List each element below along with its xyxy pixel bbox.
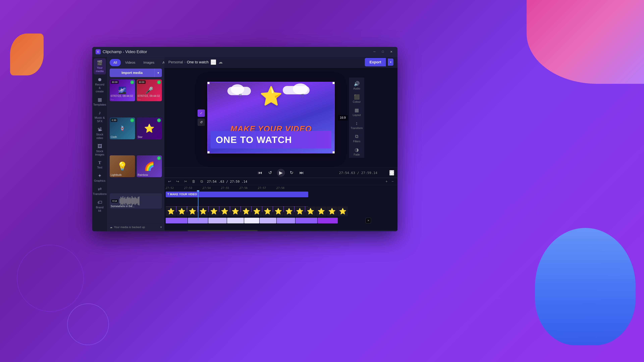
sidebar-item-your-media[interactable]: 🎬 Your media <box>94 58 106 74</box>
resize-handle-br[interactable] <box>332 151 335 153</box>
fade-panel-label: Fade <box>354 153 360 156</box>
horizontal-scrollbar[interactable] <box>164 230 398 231</box>
confirm-button[interactable]: ✓ <box>198 109 205 117</box>
film-frame-1: ⭐ <box>176 206 187 216</box>
color-segment-8[interactable] <box>318 218 338 223</box>
right-panel-fade[interactable]: ◑ Fade <box>350 145 363 158</box>
right-panel-colour[interactable]: ⬛ Colour <box>350 92 363 105</box>
right-panel-filters[interactable]: ⧉ Filters <box>350 132 363 145</box>
media-check-cloth: ✓ <box>130 118 134 122</box>
resize-handle-bl[interactable] <box>207 151 210 153</box>
media-item-audio[interactable]: 0:14 <box>110 193 162 209</box>
import-media-button[interactable]: Import media <box>110 68 154 77</box>
color-segment-end[interactable]: ✕ <box>366 218 371 223</box>
skip-back-button[interactable]: ⏮ <box>257 169 264 176</box>
color-segment-4[interactable] <box>244 218 259 223</box>
right-panel-layout[interactable]: ▦ Layout <box>350 106 363 118</box>
resize-handle-tr[interactable] <box>332 82 335 84</box>
audio-panel-icon: 🔊 <box>354 81 360 86</box>
import-media-dropdown-button[interactable]: ▾ <box>154 68 162 77</box>
export-button[interactable]: Export <box>365 58 386 66</box>
backup-status-bar[interactable]: ☁ Your media is backed up ▾ <box>107 223 164 231</box>
sidebar-item-label-brand-kit: Brand kit <box>94 206 105 213</box>
fullscreen-button[interactable]: ⛶ <box>390 170 394 175</box>
filmstrip: ⭐⭐⭐⭐⭐⭐⭐⭐⭐⭐⭐⭐⭐⭐⭐⭐⭐ <box>166 206 348 216</box>
cut-button[interactable]: ✂ <box>183 179 188 184</box>
color-segment-2[interactable] <box>208 218 227 223</box>
resize-handle-tl[interactable] <box>207 82 210 84</box>
media-item-cloth[interactable]: 🪢 0:30 ✓ Cloth <box>110 117 135 139</box>
redo-button[interactable]: ↪ <box>175 179 180 184</box>
play-button[interactable]: ▶ <box>277 169 285 177</box>
bg-decoration-bottom-right <box>535 228 636 345</box>
sidebar-item-text[interactable]: T Text <box>94 159 106 171</box>
timeline-controls-left: ✓ ↺ <box>198 109 205 126</box>
zoom-out-button[interactable]: − <box>390 179 395 184</box>
media-item-star[interactable]: ⭐ ✓ Star <box>137 117 162 139</box>
color-segment-3[interactable] <box>227 218 244 223</box>
bg-decoration-top-right <box>526 0 644 84</box>
sidebar-item-brand-kit[interactable]: 🏷 Brand kit <box>94 198 106 214</box>
media-badge-cloth: 0:30 <box>111 118 117 122</box>
colour-panel-label: Colour <box>353 100 360 103</box>
sidebar-item-templates[interactable]: ▦ Templates <box>94 95 106 108</box>
color-segment-6[interactable] <box>277 218 295 223</box>
sidebar-item-stock-images[interactable]: 🖼 Stock images <box>94 142 106 158</box>
media-item-lightbulb[interactable]: 💡 Lightbulb <box>110 155 135 177</box>
app-icon: C <box>96 49 100 54</box>
sidebar-item-graphics[interactable]: ✦ Graphics <box>94 171 106 184</box>
copy-button[interactable]: ⧉ <box>199 179 204 184</box>
zoom-in-button[interactable]: + <box>384 179 389 184</box>
breadcrumb-parent[interactable]: Personal <box>168 60 183 64</box>
sidebar-item-stock-video[interactable]: 📽 Stock video <box>94 125 106 141</box>
playhead[interactable] <box>198 190 198 220</box>
sidebar-item-label-graphics: Graphics <box>94 179 105 183</box>
rewind-button[interactable]: ↺ <box>267 169 274 176</box>
time-display: 27:54.63 / 27:59.14 <box>339 171 377 175</box>
right-panel-transform[interactable]: ↕ Transform <box>350 119 363 131</box>
app-body: 🎬 Your media ⏺ Record & create ▦ Templat… <box>92 57 398 231</box>
color-segment-0[interactable] <box>166 218 188 223</box>
tab-images[interactable]: Images <box>140 59 158 66</box>
graphics-icon: ✦ <box>98 173 102 178</box>
sidebar-item-transitions[interactable]: ⇌ Transitions <box>94 185 106 197</box>
tab-videos[interactable]: Videos <box>122 59 139 66</box>
sidebar-item-label-text: Text <box>97 166 102 169</box>
record-create-icon: ⏺ <box>98 77 102 82</box>
video-canvas[interactable]: ⭐ 🎵 🎵 MAKE YOUR VIDEO ONE TO WATCH <box>207 82 335 153</box>
time-total: 27:59.14 <box>361 171 377 175</box>
media-item-rainbow[interactable]: 🌈 ✓ Rainbow <box>137 155 162 177</box>
export-dropdown-button[interactable]: ▾ <box>388 58 394 66</box>
film-frame-10: ⭐ <box>273 206 284 216</box>
media-item-2[interactable]: 🎤 30:00 ✓ 07/07/22, 09:44:02 -... <box>137 79 162 101</box>
forward-button[interactable]: ↻ <box>288 169 295 176</box>
sidebar-item-label-music-sfx: Music & SFX <box>94 116 105 123</box>
film-frame-6: ⭐ <box>230 206 240 216</box>
scrollbar-thumb[interactable] <box>188 230 258 231</box>
color-segment-5[interactable] <box>260 218 276 223</box>
maximize-button[interactable]: □ <box>380 49 386 55</box>
text-icon: T <box>98 160 101 165</box>
color-segment-7[interactable] <box>296 218 317 223</box>
media-item-1[interactable]: 🌌 30:00 ✓ 07/07/22, 09:44:02 -... <box>110 79 135 101</box>
cloud-sync-icon[interactable]: ☁ <box>218 59 223 65</box>
close-button[interactable]: ✕ <box>388 49 394 55</box>
undo-button[interactable]: ↩ <box>167 179 172 184</box>
sidebar-item-label-your-media: Your media <box>94 66 105 73</box>
aspect-ratio-badge[interactable]: 16:9 <box>338 115 348 120</box>
delete-button[interactable]: 🗑 <box>191 179 196 184</box>
skip-forward-button[interactable]: ⏭ <box>298 169 305 176</box>
project-more-button[interactable]: ⋯ <box>211 59 216 65</box>
right-panel-audio[interactable]: 🔊 Audio <box>350 79 363 92</box>
tab-all[interactable]: All <box>110 59 121 66</box>
breadcrumb: Personal › One to watch <box>168 60 209 64</box>
media-badge-1: 30:00 <box>111 80 118 84</box>
cancel-edit-button[interactable]: ↺ <box>198 118 205 126</box>
film-frame-11: ⭐ <box>284 206 294 216</box>
sidebar-item-music-sfx[interactable]: ♪ Music & SFX <box>94 108 106 124</box>
media-label-2: 07/07/22, 09:44:02 -... <box>138 94 162 100</box>
media-badge-2: 30:00 <box>138 80 146 84</box>
sidebar-item-record-create[interactable]: ⏺ Record & create <box>94 75 106 94</box>
minimize-button[interactable]: ─ <box>372 49 377 55</box>
text-clip-make-your-video[interactable]: T MAKE YOUR VIDEO <box>166 192 308 197</box>
